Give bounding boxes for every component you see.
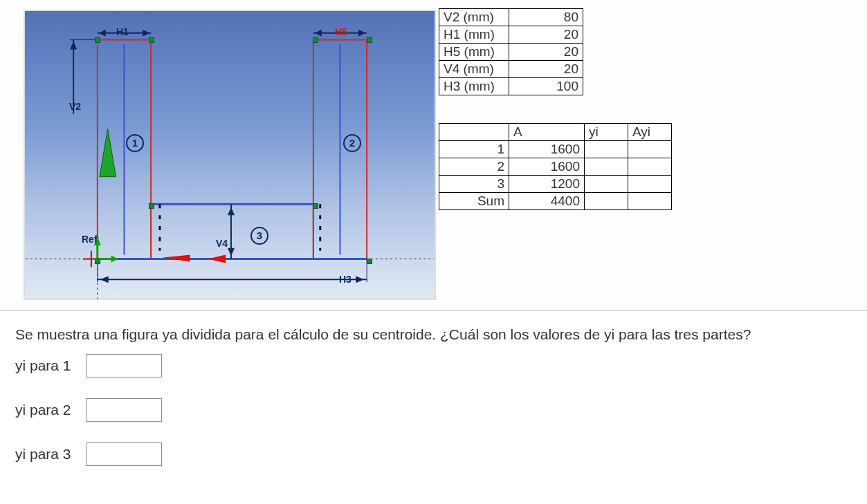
dim-name: H1 (mm) [439,26,509,44]
yi3-label: yi para 3 [15,446,76,463]
vertex-point [313,203,318,209]
dim-value: 100 [509,78,583,95]
ref-label: Ref [82,234,98,245]
table-row: V2 (mm) 80 [439,9,583,26]
dim-value: 20 [509,61,583,78]
svg-marker-16 [358,30,365,37]
svg-marker-12 [99,30,106,37]
dim-name: H3 (mm) [439,78,509,95]
table-row: H1 (mm) 20 [439,26,583,44]
svg-marker-31 [111,256,118,263]
table-header-row: A yi Ayi [439,124,672,141]
dim-name: V2 (mm) [439,9,509,26]
svg-marker-21 [228,207,235,215]
svg-marker-24 [100,276,109,283]
dim-value: 20 [509,44,583,61]
dim-label-V2: V2 [69,101,81,112]
col-yi: yi [585,124,628,141]
yi3-input[interactable] [86,442,162,466]
dim-value: 80 [509,9,583,26]
svg-marker-22 [228,248,235,256]
area-table: A yi Ayi 1 1600 2 1600 [439,123,672,210]
vertex-point [149,37,154,43]
table-row: 1 1600 [439,141,672,158]
col-id [439,124,509,141]
dim-label-V4: V4 [216,238,228,249]
col-A: A [509,124,585,141]
part-marker-2: 2 [343,134,361,152]
table-row: Sum 4400 [439,193,672,210]
table-row: V4 (mm) 20 [439,61,583,78]
svg-marker-18 [70,41,77,50]
svg-marker-15 [315,30,322,37]
part-marker-1: 1 [126,134,144,152]
table-row: 2 1600 [439,158,672,176]
vertex-point [367,259,372,264]
vertex-point [95,37,100,43]
table-row: 3 1200 [439,176,672,193]
yi2-label: yi para 2 [15,402,76,418]
table-row: H3 (mm) 100 [439,78,583,95]
svg-marker-34 [100,129,116,176]
vertex-point [367,37,372,43]
dim-name: V4 (mm) [439,61,509,78]
vertex-point [313,37,318,43]
dim-value: 20 [509,26,583,44]
dimensions-table: V2 (mm) 80 H1 (mm) 20 H5 (mm) 20 V4 (mm)… [439,8,583,95]
question-text: Se muestra una figura ya dividida para e… [0,311,867,350]
dim-label-H5: H5 [335,26,347,37]
part-marker-3: 3 [250,227,268,245]
yi1-label: yi para 1 [15,357,76,374]
table-row: H5 (mm) 20 [439,44,583,61]
dim-label-H1: H1 [116,26,129,37]
figure-svg [25,11,435,299]
vertex-point [95,259,100,264]
dim-name: H5 (mm) [439,44,509,61]
svg-marker-25 [356,276,364,283]
col-Ayi: Ayi [628,124,672,141]
centroid-figure: V2 H1 H5 V4 H3 Ref 1 2 3 [24,10,436,300]
yi1-input[interactable] [86,354,162,377]
vertex-point [149,203,154,209]
svg-marker-36 [208,255,226,263]
dim-label-H3: H3 [339,274,352,285]
svg-marker-13 [143,30,149,37]
yi2-input[interactable] [86,398,162,422]
